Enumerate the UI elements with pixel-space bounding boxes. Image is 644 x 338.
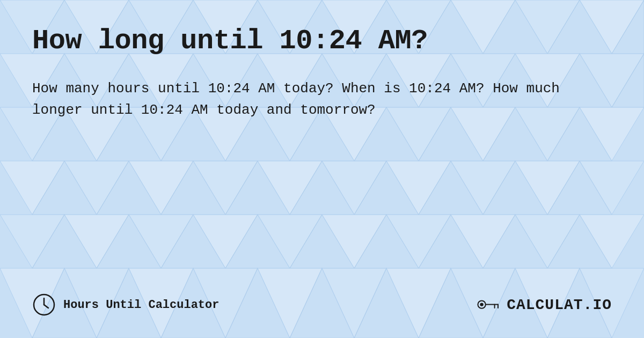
main-section: How long until 10:24 AM? How many hours … — [32, 26, 612, 282]
page-description: How many hours until 10:24 AM today? Whe… — [32, 78, 601, 121]
footer-left: Hours Until Calculator — [32, 293, 219, 317]
footer: Hours Until Calculator CALCULAT.IO — [32, 282, 612, 317]
footer-label: Hours Until Calculator — [63, 298, 219, 312]
logo: CALCULAT.IO — [477, 295, 612, 315]
svg-line-118 — [44, 305, 48, 308]
page-title: How long until 10:24 AM? — [32, 26, 612, 56]
svg-point-120 — [480, 303, 484, 306]
page-content: How long until 10:24 AM? How many hours … — [0, 0, 644, 338]
clock-icon — [32, 293, 56, 317]
logo-icon — [477, 295, 502, 315]
logo-text: CALCULAT.IO — [507, 297, 612, 313]
